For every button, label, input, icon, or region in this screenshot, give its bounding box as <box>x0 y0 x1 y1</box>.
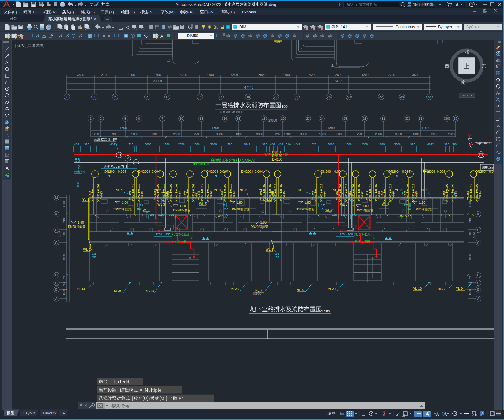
svg-text:600: 600 <box>63 275 66 279</box>
svg-text:15: 15 <box>237 117 240 120</box>
svg-text:1680: 1680 <box>345 142 351 146</box>
svg-text:4842: 4842 <box>427 142 434 146</box>
svg-text:DN20: DN20 <box>68 225 76 229</box>
svg-text:NL-6: NL-6 <box>297 288 304 292</box>
svg-text:WL5: WL5 <box>400 214 407 218</box>
svg-text:3000: 3000 <box>210 142 217 146</box>
svg-text:32: 32 <box>405 117 409 120</box>
svg-text:(W): (W) <box>208 10 214 14</box>
svg-text:13: 13 <box>199 117 203 120</box>
svg-text:3100: 3100 <box>58 231 61 237</box>
svg-text:175: 175 <box>221 204 225 207</box>
svg-text:390: 390 <box>352 213 357 216</box>
svg-text:110: 110 <box>407 208 411 211</box>
svg-text:*: * <box>91 17 92 21</box>
svg-text:YL-10: YL-10 <box>413 287 422 290</box>
svg-text:YL-9: YL-9 <box>456 287 463 290</box>
svg-text:3000: 3000 <box>394 142 400 146</box>
svg-text:47440: 47440 <box>244 85 253 89</box>
svg-text:11800: 11800 <box>118 126 127 130</box>
svg-text:11800: 11800 <box>326 126 335 130</box>
svg-text:DN150 i=0.007: DN150 i=0.007 <box>192 184 195 202</box>
svg-text:YL-3: YL-3 <box>214 188 221 192</box>
svg-text:WL-3: WL-3 <box>157 203 165 206</box>
svg-text:WL-6: WL-6 <box>382 202 389 206</box>
svg-text:DN20: DN20 <box>173 209 181 212</box>
svg-text:175: 175 <box>404 204 408 207</box>
svg-text:(O): (O) <box>89 10 95 14</box>
svg-text:24: 24 <box>320 117 324 120</box>
svg-text:DN200 i=0.004: DN200 i=0.004 <box>388 170 410 173</box>
svg-text:DN20: DN20 <box>297 208 305 211</box>
svg-text:-1.80: -1.80 <box>361 204 369 208</box>
svg-text:4800: 4800 <box>63 254 66 260</box>
svg-text:1680: 1680 <box>193 142 199 146</box>
svg-text:-1.60: -1.60 <box>259 221 267 224</box>
svg-text:-0.900: -0.900 <box>252 292 261 295</box>
svg-text:NL-8: NL-8 <box>114 289 121 293</box>
svg-text:WL-3: WL-3 <box>340 203 347 206</box>
svg-text:1200: 1200 <box>448 133 455 136</box>
svg-text:32: 32 <box>379 95 383 99</box>
svg-text:4200: 4200 <box>361 73 369 77</box>
svg-text:141: 141 <box>341 25 347 29</box>
svg-text:1:100: 1:100 <box>278 104 288 109</box>
svg-text:DN150 i=0.012: DN150 i=0.012 <box>229 184 232 202</box>
svg-text:DIM: DIM <box>239 25 246 29</box>
svg-text:WL-2: WL-2 <box>325 208 333 212</box>
svg-text:-1.80: -1.80 <box>121 201 128 204</box>
svg-text:0.5MPA: 0.5MPA <box>238 157 254 163</box>
svg-text:3000: 3000 <box>151 133 158 136</box>
svg-text:4842: 4842 <box>244 142 250 146</box>
svg-text:C: C <box>55 281 58 285</box>
svg-text:DN200 i=0.004: DN200 i=0.004 <box>241 170 263 173</box>
svg-text:1:100: 1:100 <box>321 309 330 313</box>
svg-text:DN150 i=0.012: DN150 i=0.012 <box>412 184 415 202</box>
svg-text:B: B <box>55 288 57 291</box>
svg-text:-1.80: -1.80 <box>303 201 311 204</box>
svg-text:4: 4 <box>93 95 95 99</box>
svg-text:DN200 i=0.004: DN200 i=0.004 <box>104 170 126 173</box>
svg-text:1800: 1800 <box>319 133 326 136</box>
svg-text:3000: 3000 <box>216 133 223 136</box>
svg-text:DN20: DN20 <box>115 208 123 211</box>
svg-text:195: 195 <box>150 213 154 216</box>
svg-text:110: 110 <box>224 208 228 211</box>
svg-text:486: 486 <box>74 142 79 146</box>
svg-text:1500: 1500 <box>468 289 472 295</box>
svg-text:23: 23 <box>306 117 310 120</box>
svg-text:1290: 1290 <box>341 213 347 216</box>
svg-text:1400: 1400 <box>63 231 66 237</box>
svg-text:DN100 i=0.012: DN100 i=0.012 <box>389 184 392 202</box>
svg-text:XL-2: XL-2 <box>172 232 177 235</box>
svg-text:(P): (P) <box>188 10 194 14</box>
svg-text:14: 14 <box>223 117 227 120</box>
svg-text:YL-1: YL-1 <box>82 198 89 201</box>
svg-text:2500: 2500 <box>375 133 382 136</box>
svg-text:1505999135...: 1505999135... <box>413 2 438 7</box>
svg-text:YL-14: YL-14 <box>77 287 85 291</box>
svg-text:YL-1: YL-1 <box>265 198 272 201</box>
svg-text:4200: 4200 <box>128 73 135 77</box>
svg-text:2100: 2100 <box>468 217 472 223</box>
svg-text:11800: 11800 <box>422 126 430 130</box>
svg-text:23600: 23600 <box>153 79 162 83</box>
svg-text:DN100 i=0.012: DN100 i=0.012 <box>137 184 140 202</box>
svg-text:G: G <box>477 241 479 244</box>
svg-text:175: 175 <box>321 204 325 207</box>
svg-text:320: 320 <box>227 142 232 146</box>
svg-text:6: 6 <box>138 117 140 120</box>
svg-text:DN20: DN20 <box>232 208 240 211</box>
svg-text:13100: 13100 <box>473 232 476 240</box>
svg-text:175: 175 <box>138 204 143 207</box>
svg-text:36: 36 <box>445 117 449 120</box>
svg-text:NL-4: NL-4 <box>421 188 428 192</box>
svg-text:DN200 i=0.004: DN200 i=0.004 <box>321 170 343 173</box>
svg-text:Continuous: Continuous <box>396 25 415 29</box>
svg-text:YL-12: YL-12 <box>231 287 239 291</box>
svg-text:2350: 2350 <box>178 142 184 146</box>
svg-text:960: 960 <box>373 235 376 239</box>
svg-text:Express: Express <box>242 10 256 14</box>
svg-text:2500: 2500 <box>357 133 364 136</box>
svg-text:25: 25 <box>343 117 347 120</box>
